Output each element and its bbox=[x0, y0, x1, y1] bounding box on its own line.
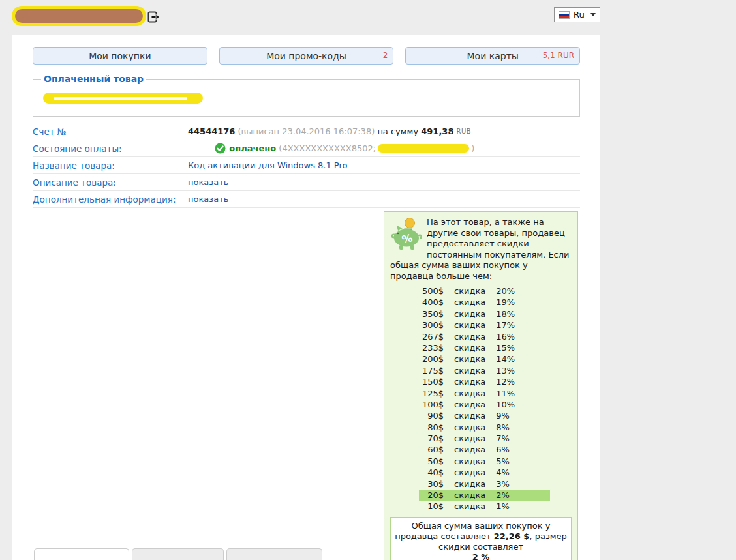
redacted-card-holder bbox=[378, 144, 469, 153]
tab-label: Мои карты bbox=[467, 51, 519, 61]
discount-tier-row: 300$скидка17% bbox=[419, 319, 550, 331]
tier-word: скидка bbox=[454, 319, 485, 331]
invoice-amount: 491,38 bbox=[421, 126, 453, 136]
tier-word: скидка bbox=[454, 308, 485, 319]
tier-word: скидка bbox=[454, 286, 485, 297]
top-bar: Ru bbox=[0, 0, 736, 35]
tier-percent: 13% bbox=[496, 365, 515, 376]
main-content: Мои покупки Мои промо-коды 2 Мои карты 5… bbox=[12, 35, 600, 560]
paid-check-icon bbox=[188, 143, 226, 154]
extra-info-label: Дополнительная информация: bbox=[33, 194, 188, 205]
tier-amount: 10$ bbox=[419, 501, 444, 512]
product-name-label: Название товара: bbox=[33, 160, 188, 171]
tier-percent: 16% bbox=[496, 331, 515, 342]
bottom-tab-3[interactable] bbox=[226, 548, 322, 560]
tier-amount: 350$ bbox=[419, 308, 444, 319]
redacted-product-title bbox=[43, 93, 203, 104]
detail-row-product-name: Название товара: Код активации для Windo… bbox=[33, 157, 580, 174]
discount-tier-row: 40$скидка4% bbox=[419, 467, 550, 478]
invoice-value: 44544176 (выписан 23.04.2016 16:07:38) н… bbox=[188, 126, 471, 136]
payment-status: оплачено bbox=[229, 143, 276, 153]
discount-tier-row: 350$скидка18% bbox=[419, 308, 550, 319]
discount-tier-row: 175$скидка13% bbox=[419, 365, 550, 376]
invoice-amount-prefix: на сумму bbox=[377, 126, 418, 136]
tier-amount: 90$ bbox=[419, 410, 444, 421]
tier-word: скидка bbox=[454, 422, 485, 433]
tab-my-promo-codes[interactable]: Мои промо-коды 2 bbox=[219, 47, 394, 65]
tier-amount: 200$ bbox=[419, 353, 444, 364]
summary-percent: 2 % bbox=[472, 552, 490, 560]
tier-amount: 500$ bbox=[419, 286, 444, 297]
redacted-user-email bbox=[12, 6, 146, 26]
discount-tier-row: 100$скидка10% bbox=[419, 399, 550, 410]
invoice-number: 44544176 bbox=[188, 126, 235, 136]
vertical-divider bbox=[185, 286, 185, 531]
tier-amount: 300$ bbox=[419, 319, 444, 331]
logout-arrow-icon bbox=[147, 15, 159, 25]
detail-row-payment-state: Состояние оплаты: оплачено (4XXXXXXXXXXX… bbox=[33, 140, 580, 157]
discount-tier-row: 90$скидка9% bbox=[419, 410, 550, 421]
logout-button[interactable] bbox=[147, 11, 159, 23]
tier-percent: 11% bbox=[496, 388, 515, 399]
tier-amount: 70$ bbox=[419, 433, 444, 444]
tier-word: скидка bbox=[454, 297, 485, 308]
tier-percent: 15% bbox=[496, 342, 515, 353]
tier-word: скидка bbox=[454, 410, 485, 421]
promo-count-badge: 2 bbox=[383, 51, 388, 60]
tier-word: скидка bbox=[454, 456, 485, 467]
discount-tier-row: 233$скидка15% bbox=[419, 342, 550, 353]
tier-amount: 233$ bbox=[419, 342, 444, 353]
tier-word: скидка bbox=[454, 331, 485, 342]
tier-word: скидка bbox=[454, 376, 485, 387]
discount-summary-box: Общая сумма ваших покупок у продавца сос… bbox=[390, 517, 572, 560]
tier-percent: 18% bbox=[496, 308, 515, 319]
tab-my-cards[interactable]: Мои карты 5,1 RUR bbox=[405, 47, 580, 65]
russia-flag-icon bbox=[559, 11, 570, 19]
language-selector[interactable]: Ru bbox=[554, 7, 600, 22]
tier-word: скидка bbox=[454, 433, 485, 444]
language-value: Ru bbox=[574, 10, 585, 20]
discount-section: % На этот товар, а также на другие свои … bbox=[33, 211, 580, 534]
loyalty-discount-box: % На этот товар, а также на другие свои … bbox=[384, 211, 578, 560]
tier-percent: 7% bbox=[496, 433, 510, 444]
invoice-label: Счет № bbox=[33, 126, 188, 137]
tab-label: Мои промо-коды bbox=[266, 51, 346, 61]
summary-total: 22,26 $ bbox=[494, 531, 530, 541]
cards-balance-badge: 5,1 RUR bbox=[543, 51, 574, 60]
tier-percent: 3% bbox=[496, 479, 510, 490]
tier-amount: 20$ bbox=[419, 490, 444, 501]
invoice-currency: RUB bbox=[457, 128, 472, 135]
tier-percent: 2% bbox=[496, 490, 510, 501]
discount-tier-row: 267$скидка16% bbox=[419, 331, 550, 342]
discount-tier-row: 10$скидка1% bbox=[419, 501, 550, 512]
tier-word: скидка bbox=[454, 467, 485, 478]
bottom-tab-1[interactable] bbox=[34, 548, 129, 560]
payment-state-label: Состояние оплаты: bbox=[33, 143, 188, 154]
tier-amount: 175$ bbox=[419, 365, 444, 376]
product-name-link[interactable]: Код активации для Windows 8.1 Pro bbox=[188, 160, 348, 170]
tab-label: Мои покупки bbox=[89, 51, 151, 61]
discount-tier-row: 500$скидка20% bbox=[419, 286, 550, 297]
tier-word: скидка bbox=[454, 399, 485, 410]
payment-state-value: оплачено (4XXXXXXXXXXX8502;) bbox=[188, 143, 474, 154]
detail-row-description: Описание товара: показать bbox=[33, 174, 580, 191]
tier-word: скидка bbox=[454, 365, 485, 376]
show-description-link[interactable]: показать bbox=[188, 177, 228, 187]
tier-percent: 8% bbox=[496, 422, 510, 433]
tab-my-purchases[interactable]: Мои покупки bbox=[33, 47, 207, 65]
show-extra-info-link[interactable]: показать bbox=[188, 194, 228, 204]
piggy-bank-icon: % bbox=[390, 217, 423, 253]
discount-tier-row: 70$скидка7% bbox=[419, 433, 550, 444]
tier-word: скидка bbox=[454, 479, 485, 490]
discount-tier-row: 200$скидка14% bbox=[419, 353, 550, 364]
tier-amount: 40$ bbox=[419, 467, 444, 478]
discount-tier-row: 400$скидка19% bbox=[419, 297, 550, 308]
tier-word: скидка bbox=[454, 388, 485, 399]
discount-tier-table: 500$скидка20%400$скидка19%350$скидка18%3… bbox=[390, 286, 572, 512]
tier-percent: 14% bbox=[496, 353, 515, 364]
tier-percent: 19% bbox=[496, 297, 515, 308]
tier-word: скидка bbox=[454, 490, 485, 501]
discount-tier-row: 80$скидка8% bbox=[419, 422, 550, 433]
bottom-tab-2[interactable] bbox=[132, 548, 224, 560]
card-mask: (4XXXXXXXXXXX8502; bbox=[279, 143, 376, 153]
